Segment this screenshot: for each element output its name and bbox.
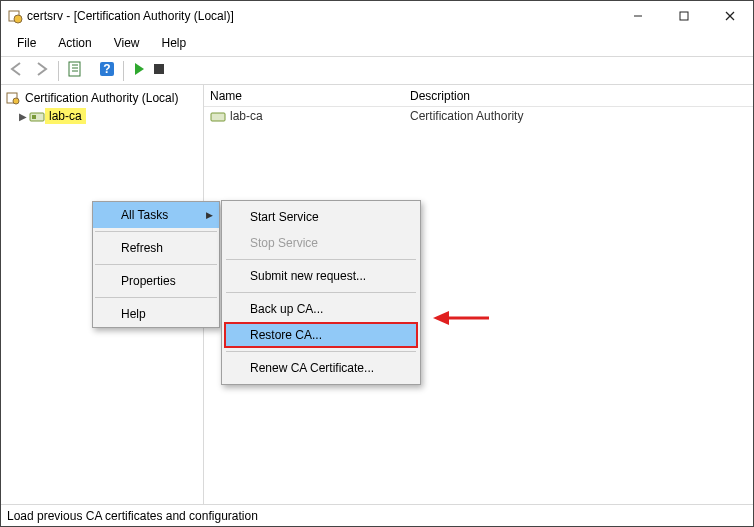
ca-item-icon: [210, 108, 226, 124]
ctx-separator: [226, 351, 416, 352]
refresh-button[interactable]: [66, 60, 84, 81]
ctx-submit-request[interactable]: Submit new request...: [224, 263, 418, 289]
svg-marker-9: [135, 63, 144, 75]
ctx-renew-certificate[interactable]: Renew CA Certificate...: [224, 355, 418, 381]
menubar: File Action View Help: [1, 31, 753, 56]
ctx-backup-ca[interactable]: Back up CA...: [224, 296, 418, 322]
expand-caret-icon[interactable]: ▶: [19, 111, 29, 122]
tree-item-lab-ca[interactable]: ▶ lab-ca: [1, 107, 203, 125]
svg-rect-10: [154, 64, 164, 74]
ctx-separator: [95, 264, 217, 265]
play-button[interactable]: [131, 61, 147, 80]
svg-rect-3: [680, 12, 688, 20]
svg-rect-15: [211, 113, 225, 121]
svg-text:?: ?: [103, 62, 110, 76]
context-submenu-all-tasks: Start Service Stop Service Submit new re…: [221, 200, 421, 385]
app-icon: [7, 8, 23, 24]
ctx-label: Back up CA...: [250, 302, 323, 316]
svg-rect-6: [69, 62, 80, 76]
tree-root-label: Certification Authority (Local): [21, 90, 182, 106]
svg-point-1: [14, 15, 22, 23]
svg-point-12: [13, 98, 19, 104]
ctx-label: Submit new request...: [250, 269, 366, 283]
body: Certification Authority (Local) ▶ lab-ca…: [1, 84, 753, 504]
ctx-separator: [95, 297, 217, 298]
status-text: Load previous CA certificates and config…: [7, 509, 258, 523]
context-menu: All Tasks ▶ Refresh Properties Help: [92, 201, 220, 328]
ctx-label: Restore CA...: [250, 328, 322, 342]
ctx-separator: [226, 259, 416, 260]
tree-root[interactable]: Certification Authority (Local): [1, 89, 203, 107]
forward-button[interactable]: [31, 60, 51, 81]
window-title: certsrv - [Certification Authority (Loca…: [27, 9, 234, 23]
list-header: Name Description: [204, 85, 753, 107]
col-header-description[interactable]: Description: [410, 89, 470, 103]
ctx-separator: [226, 292, 416, 293]
help-button[interactable]: ?: [98, 60, 116, 81]
back-button[interactable]: [7, 60, 27, 81]
ctx-label: All Tasks: [121, 208, 168, 222]
annotation-arrow: [433, 308, 489, 328]
ctx-stop-service: Stop Service: [224, 230, 418, 256]
ca-icon: [29, 108, 45, 124]
ctx-label: Refresh: [121, 241, 163, 255]
list-cell-description: Certification Authority: [410, 109, 523, 123]
ctx-label: Stop Service: [250, 236, 318, 250]
submenu-arrow-icon: ▶: [206, 210, 213, 220]
toolbar-divider: [123, 61, 124, 81]
ctx-help[interactable]: Help: [93, 301, 219, 327]
menu-file[interactable]: File: [7, 34, 46, 52]
ctx-label: Start Service: [250, 210, 319, 224]
list-row[interactable]: lab-ca Certification Authority: [204, 107, 753, 125]
titlebar: certsrv - [Certification Authority (Loca…: [1, 1, 753, 31]
stop-button[interactable]: [151, 61, 167, 80]
menu-view[interactable]: View: [104, 34, 150, 52]
menu-help[interactable]: Help: [152, 34, 197, 52]
ctx-restore-ca[interactable]: Restore CA...: [224, 322, 418, 348]
tree-item-label: lab-ca: [45, 108, 86, 124]
close-button[interactable]: [707, 1, 753, 31]
ctx-properties[interactable]: Properties: [93, 268, 219, 294]
status-bar: Load previous CA certificates and config…: [1, 504, 753, 526]
ctx-separator: [95, 231, 217, 232]
ctx-label: Properties: [121, 274, 176, 288]
ctx-label: Renew CA Certificate...: [250, 361, 374, 375]
window-controls: [615, 1, 753, 31]
ctx-refresh[interactable]: Refresh: [93, 235, 219, 261]
toolbar-divider: [58, 61, 59, 81]
ctx-all-tasks[interactable]: All Tasks ▶: [93, 202, 219, 228]
list-cell-name: lab-ca: [230, 109, 263, 123]
minimize-button[interactable]: [615, 1, 661, 31]
toolbar: ?: [1, 57, 753, 84]
menu-action[interactable]: Action: [48, 34, 101, 52]
ctx-start-service[interactable]: Start Service: [224, 204, 418, 230]
cert-authority-icon: [5, 90, 21, 106]
svg-marker-17: [433, 311, 449, 325]
svg-rect-14: [32, 115, 36, 119]
maximize-button[interactable]: [661, 1, 707, 31]
main-window: certsrv - [Certification Authority (Loca…: [0, 0, 754, 527]
col-header-name[interactable]: Name: [210, 89, 410, 103]
ctx-label: Help: [121, 307, 146, 321]
